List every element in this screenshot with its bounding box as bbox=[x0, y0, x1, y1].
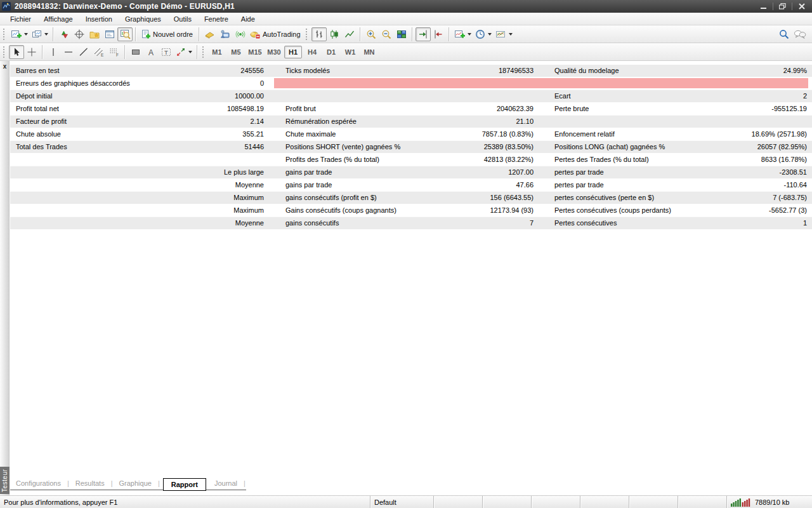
tester-tab-strip: Configurations|Resultats|Graphique|Rappo… bbox=[10, 477, 246, 490]
mql-wizard-button[interactable] bbox=[202, 27, 218, 41]
zoom-in-button[interactable] bbox=[363, 27, 379, 41]
toolbar-grip[interactable] bbox=[3, 29, 6, 40]
report-label: Barres en test bbox=[10, 65, 181, 77]
chevron-down-icon bbox=[468, 33, 471, 36]
report-label bbox=[10, 166, 181, 178]
chart-profiles-button[interactable] bbox=[30, 27, 50, 41]
report-gap bbox=[264, 179, 285, 191]
chart-shift-button[interactable] bbox=[431, 27, 446, 41]
tab-resultats[interactable]: Resultats bbox=[70, 478, 110, 490]
indicators-button[interactable] bbox=[452, 27, 473, 41]
timeframe-button-m30[interactable]: M30 bbox=[265, 46, 283, 58]
report-row: Barres en test245556Ticks modelés1874965… bbox=[10, 65, 812, 77]
toolbar-grip[interactable] bbox=[306, 29, 308, 40]
templates-button[interactable] bbox=[494, 27, 514, 41]
equidistant-channel-tool-button[interactable]: E bbox=[91, 45, 107, 59]
rectangle-icon bbox=[131, 47, 141, 57]
minimize-button[interactable] bbox=[756, 1, 771, 11]
signals-button[interactable] bbox=[233, 27, 248, 41]
toolbar-grip[interactable] bbox=[3, 46, 6, 58]
fibonacci-tool-button[interactable]: F bbox=[107, 45, 122, 59]
market-watch-button[interactable] bbox=[56, 27, 72, 41]
new-order-button[interactable]: Nouvel ordre bbox=[139, 27, 196, 41]
tab-journal[interactable]: Journal bbox=[209, 478, 243, 490]
report-label: Profits des Trades (% du total) bbox=[285, 154, 452, 166]
search-button[interactable] bbox=[776, 27, 792, 41]
arrows-tool-button[interactable] bbox=[174, 45, 194, 59]
tester-vertical-tab[interactable]: Testeur bbox=[0, 467, 10, 494]
report-label: pertes par trade bbox=[554, 166, 733, 178]
status-empty-cell bbox=[678, 496, 726, 508]
candlestick-mode-button[interactable] bbox=[327, 27, 342, 41]
report-label: Gains consécutifs (coups gagnants) bbox=[285, 204, 452, 217]
tile-windows-button[interactable] bbox=[394, 27, 409, 41]
report-value: -5652.77 (3) bbox=[733, 204, 812, 217]
strategy-tester-button[interactable] bbox=[117, 27, 133, 41]
periods-button[interactable] bbox=[473, 27, 494, 41]
timeframe-button-m5[interactable]: M5 bbox=[227, 46, 245, 58]
report-row: Moyennegains consécutifs7Pertes consécut… bbox=[10, 217, 812, 230]
new-chart-button[interactable] bbox=[9, 27, 30, 41]
vertical-line-tool-button[interactable] bbox=[46, 45, 61, 59]
menu-item-outils[interactable]: Outils bbox=[167, 14, 198, 24]
rectangle-tool-button[interactable] bbox=[128, 45, 143, 59]
report-row: Le plus largegains par trade1207.00perte… bbox=[10, 166, 812, 179]
cursor-tool-button[interactable] bbox=[9, 45, 24, 59]
autotrading-button[interactable]: AutoTrading bbox=[248, 27, 304, 41]
search-icon bbox=[779, 29, 789, 39]
report-value: 26057 (82.95%) bbox=[733, 141, 812, 153]
report-value: 8633 (16.78%) bbox=[733, 154, 812, 166]
status-profile[interactable]: Default bbox=[370, 496, 433, 508]
metaeditor-button[interactable] bbox=[218, 27, 233, 41]
data-window-button[interactable] bbox=[72, 27, 87, 41]
menu-item-fichier[interactable]: Fichier bbox=[4, 14, 37, 24]
terminal-button[interactable] bbox=[102, 27, 117, 41]
report-label: Chute absolue bbox=[10, 128, 181, 140]
auto-scroll-icon bbox=[418, 29, 428, 39]
text-label-tool-button[interactable]: T bbox=[159, 45, 174, 59]
report-value: 1085498.19 bbox=[181, 103, 264, 115]
tab-configurations[interactable]: Configurations bbox=[10, 478, 67, 490]
bar-chart-mode-button[interactable] bbox=[311, 27, 327, 41]
zoom-out-button[interactable] bbox=[379, 27, 394, 41]
report-value: 2.14 bbox=[181, 116, 264, 128]
horizontal-line-tool-button[interactable] bbox=[61, 45, 76, 59]
timeframe-button-h4[interactable]: H4 bbox=[303, 46, 321, 58]
report-gap bbox=[264, 154, 285, 166]
chat-button[interactable] bbox=[792, 27, 808, 41]
crosshair-tool-button[interactable] bbox=[24, 45, 39, 59]
menu-item-insertion[interactable]: Insertion bbox=[79, 14, 119, 24]
tab-rapport[interactable]: Rapport bbox=[163, 478, 206, 491]
text-tool-button[interactable]: A bbox=[143, 45, 159, 59]
title-bar: 2088941832: Darwinex-Demo - Compte Démo … bbox=[0, 0, 812, 13]
report-gap bbox=[264, 90, 285, 102]
navigator-button[interactable] bbox=[87, 27, 102, 41]
report-gap bbox=[264, 204, 285, 217]
menu-item-fenetre[interactable]: Fenetre bbox=[198, 14, 235, 24]
timeframe-button-m15[interactable]: M15 bbox=[246, 46, 264, 58]
line-chart-mode-button[interactable] bbox=[342, 27, 357, 41]
data-window-icon bbox=[74, 29, 84, 39]
autotrading-icon bbox=[250, 29, 261, 39]
arrows-icon bbox=[176, 47, 186, 57]
toolbar-grip[interactable] bbox=[202, 46, 205, 58]
panel-close-icon[interactable]: x bbox=[0, 64, 10, 70]
timeframe-button-w1[interactable]: W1 bbox=[341, 46, 359, 58]
restore-button[interactable] bbox=[775, 1, 790, 11]
status-empty-cell bbox=[433, 496, 482, 508]
menu-item-aide[interactable]: Aide bbox=[235, 14, 261, 24]
menu-item-affichage[interactable]: Affichage bbox=[37, 14, 79, 24]
report-gap bbox=[264, 141, 285, 153]
timeframe-button-mn[interactable]: MN bbox=[360, 46, 378, 58]
timeframe-button-h1[interactable]: H1 bbox=[284, 46, 302, 58]
close-button[interactable] bbox=[794, 1, 809, 11]
metaeditor-icon bbox=[220, 29, 230, 39]
timeframe-button-m1[interactable]: M1 bbox=[208, 46, 226, 58]
menu-item-graphiques[interactable]: Graphiques bbox=[119, 14, 167, 24]
vertical-line-icon bbox=[48, 47, 58, 57]
auto-scroll-button[interactable] bbox=[416, 27, 431, 41]
tab-graphique[interactable]: Graphique bbox=[114, 478, 157, 490]
trendline-tool-button[interactable] bbox=[76, 45, 91, 59]
timeframe-button-d1[interactable]: D1 bbox=[322, 46, 340, 58]
report-value: Moyenne bbox=[181, 179, 264, 191]
